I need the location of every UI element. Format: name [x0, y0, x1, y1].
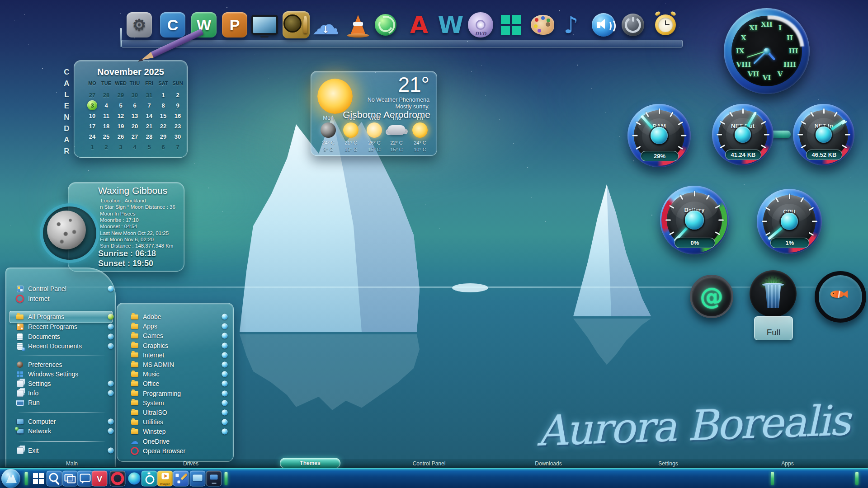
- calendar-date-cell[interactable]: 15: [160, 113, 166, 119]
- start-menu-item-preferences[interactable]: Preferences: [16, 360, 111, 370]
- chat-icon[interactable]: [77, 471, 93, 487]
- gauge-ram[interactable]: RAM29%: [627, 104, 691, 167]
- start-menu-item-control-panel[interactable]: Control Panel: [16, 284, 111, 294]
- submenu-item-onedrive[interactable]: ☁OneDrive: [131, 436, 221, 446]
- calendar-date-cell[interactable]: 2: [104, 144, 108, 150]
- submenu-orb[interactable]: [222, 314, 228, 320]
- calendar-today-cell[interactable]: 3: [87, 100, 97, 110]
- cubase-icon[interactable]: C: [160, 12, 185, 38]
- analog-clock-widget[interactable]: XIIIIIIIIIIIIVVIVIIVIIIIXXXI: [724, 8, 810, 94]
- calendar-date-cell[interactable]: 17: [89, 123, 95, 130]
- submenu-orb[interactable]: [222, 419, 228, 425]
- calendar-date-cell[interactable]: 7: [147, 102, 151, 109]
- submenu-item-opera-browser[interactable]: Opera Browser: [131, 446, 221, 456]
- calendar-date-cell[interactable]: 20: [132, 123, 138, 130]
- menu-expand-orb[interactable]: [108, 448, 114, 454]
- calendar-date-cell[interactable]: 7: [176, 144, 179, 150]
- calendar-date-cell[interactable]: 19: [118, 123, 124, 130]
- email-icon[interactable]: @: [690, 275, 733, 318]
- submenu-item-graphics[interactable]: Graphics: [131, 341, 221, 351]
- fishbowl-icon[interactable]: [815, 271, 866, 323]
- tv-icon[interactable]: [251, 11, 278, 38]
- calendar-date-cell[interactable]: 25: [103, 133, 109, 140]
- menu-expand-orb[interactable]: [108, 343, 114, 349]
- calendar-date-cell[interactable]: 6: [133, 102, 136, 109]
- gauge-battery[interactable]: Battery0%: [660, 186, 729, 254]
- submenu-orb[interactable]: [222, 429, 228, 435]
- windows-icon[interactable]: [497, 11, 524, 38]
- menu-expand-orb[interactable]: [108, 419, 114, 425]
- calendar-date-cell[interactable]: 28: [103, 92, 109, 99]
- vlc-icon[interactable]: [344, 11, 372, 38]
- calendar-date-cell[interactable]: 1: [161, 92, 165, 99]
- start-menu-item-all-programs[interactable]: All Programs: [16, 312, 111, 322]
- stopwatch-icon[interactable]: [142, 471, 157, 487]
- calendar-date-cell[interactable]: 26: [118, 133, 124, 140]
- calendar-date-cell[interactable]: 14: [146, 113, 152, 119]
- windows-start-icon[interactable]: [33, 473, 44, 484]
- calendar-date-cell[interactable]: 9: [176, 102, 179, 109]
- start-menu-item-settings[interactable]: Settings: [16, 379, 111, 389]
- submenu-orb[interactable]: [222, 324, 228, 329]
- calendar-date-cell[interactable]: 10: [89, 113, 95, 119]
- remote-desktop-icon[interactable]: [206, 471, 222, 487]
- word-icon[interactable]: W: [437, 11, 464, 38]
- gauge-net-out[interactable]: NET Out41.24 KB: [712, 104, 774, 165]
- calendar-date-cell[interactable]: 8: [161, 102, 165, 109]
- movies-icon[interactable]: [283, 11, 310, 38]
- paint-app-icon[interactable]: [173, 471, 189, 487]
- calendar-date-cell[interactable]: 3: [119, 144, 122, 150]
- calendar-date-cell[interactable]: 31: [146, 92, 152, 99]
- edge-icon[interactable]: [128, 473, 141, 485]
- menu-expand-orb[interactable]: [108, 390, 114, 396]
- submenu-item-ultraiso[interactable]: UltraISO: [131, 408, 221, 418]
- search-icon[interactable]: [47, 471, 62, 487]
- submenu-orb[interactable]: [222, 362, 228, 368]
- submenu-orb[interactable]: [222, 352, 228, 358]
- shelf-tab-control-panel[interactable]: Control Panel: [413, 460, 446, 467]
- calendar-date-cell[interactable]: 4: [133, 144, 136, 150]
- shelf-tab-main[interactable]: Main: [66, 460, 78, 467]
- shelf-tab-themes[interactable]: Themes: [280, 458, 340, 469]
- calendar-widget[interactable]: November 2025 MOTUEWEDTHUFRISATSUN 27282…: [74, 60, 188, 158]
- start-menu-item-network[interactable]: Network: [16, 426, 111, 436]
- vivaldi-icon[interactable]: V: [92, 471, 108, 487]
- submenu-orb[interactable]: [222, 381, 228, 387]
- calendar-date-cell[interactable]: 6: [161, 144, 165, 150]
- submenu-orb[interactable]: [222, 400, 228, 406]
- recycle-bin-icon[interactable]: [750, 270, 797, 317]
- menu-expand-orb[interactable]: [108, 381, 114, 387]
- menu-expand-orb[interactable]: [108, 286, 114, 292]
- acrobat-icon[interactable]: A: [406, 11, 433, 38]
- calendar-date-cell[interactable]: 28: [146, 133, 152, 140]
- start-menu-item-recent-programs[interactable]: Recent Programs: [16, 322, 111, 332]
- submenu-item-winstep[interactable]: Winstep: [131, 427, 221, 436]
- network-knot-icon[interactable]: [372, 11, 399, 38]
- submenu-item-system[interactable]: System: [131, 398, 221, 408]
- menu-expand-orb[interactable]: [108, 324, 114, 330]
- calendar-date-cell[interactable]: 4: [104, 102, 108, 109]
- calendar-date-cell[interactable]: 1: [90, 144, 94, 150]
- submenu-item-office[interactable]: Office: [131, 379, 221, 389]
- cloud-download-icon[interactable]: ☁↓: [312, 11, 339, 38]
- shelf-tab-drives[interactable]: Drives: [183, 460, 198, 467]
- weather-widget[interactable]: 21° No Weather Phenomena Mostly sunny. G…: [311, 71, 437, 156]
- shelf-tab-downloads[interactable]: Downloads: [535, 460, 561, 467]
- submenu-item-games[interactable]: Games: [131, 331, 221, 341]
- calendar-date-cell[interactable]: 13: [132, 113, 138, 119]
- gauge-cpu[interactable]: CPU1%: [757, 189, 822, 254]
- calendar-date-cell[interactable]: 29: [160, 133, 166, 140]
- tools-icon[interactable]: ⚙: [127, 12, 152, 38]
- calendar-date-cell[interactable]: 2: [176, 92, 179, 99]
- calendar-date-cell[interactable]: 21: [146, 123, 152, 130]
- paint-icon[interactable]: [529, 11, 556, 38]
- start-button[interactable]: [1, 469, 20, 488]
- start-menu-item-windows-settings[interactable]: Windows Settings: [16, 369, 111, 379]
- submenu-orb[interactable]: [222, 343, 228, 348]
- calendar-date-cell[interactable]: 27: [89, 92, 95, 99]
- start-menu-item-info[interactable]: Info: [16, 388, 111, 398]
- submenu-item-ms-admin[interactable]: MS ADMIN: [131, 360, 221, 370]
- calendar-date-cell[interactable]: 18: [103, 123, 109, 130]
- volume-icon[interactable]: [590, 11, 617, 38]
- start-menu-item-documents[interactable]: Documents: [16, 332, 111, 342]
